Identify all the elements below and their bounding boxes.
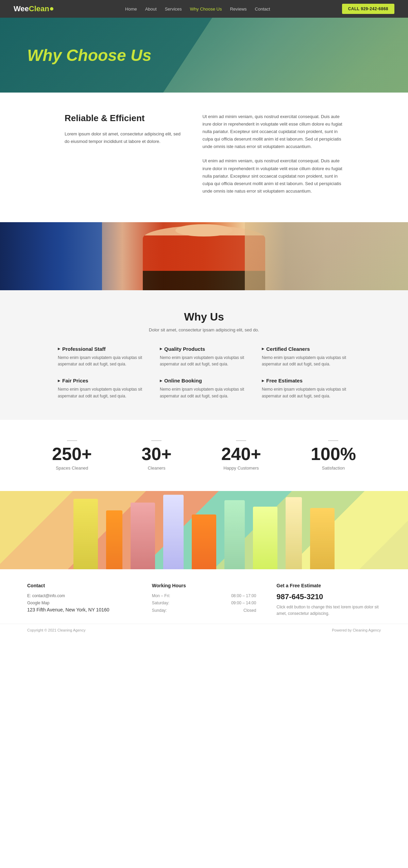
reliable-right-p2: Ut enim ad minim veniam, quis nostrud ex… xyxy=(202,157,343,195)
hours-sunday-time: Closed xyxy=(243,607,256,615)
footer: Contact E: contact@info.com Google Map 1… xyxy=(0,569,408,624)
reliable-right: Ut enim ad minim veniam, quis nostrud ex… xyxy=(202,113,343,202)
powered-by: Powered by Cleaning Agency xyxy=(332,628,381,632)
footer-estimate-heading: Get a Free Estimate xyxy=(276,583,381,588)
stat-cleaners: 30+ Cleaners xyxy=(141,440,171,471)
hours-saturday-time: 09:00 – 14:00 xyxy=(231,600,256,607)
feature-certified-cleaners: Certified Cleaners Nemo enim ipsam volup… xyxy=(262,346,350,367)
hero-title: Why Choose Us xyxy=(27,46,151,65)
feature-desc-5: Nemo enim ipsam voluptatem quia voluptas… xyxy=(160,386,248,399)
nav-services[interactable]: Services xyxy=(165,6,182,12)
feature-title-4: Fair Prices xyxy=(58,378,146,383)
navbar: WeeClean Home About Services Why Choose … xyxy=(0,0,408,18)
hours-weekdays-day: Mon – Fri: xyxy=(152,592,170,600)
nav-reviews[interactable]: Reviews xyxy=(230,6,247,12)
features-grid: Professional Staff Nemo enim ipsam volup… xyxy=(58,346,350,399)
stat-label-3: Happy Customers xyxy=(221,465,261,471)
stat-num-1: 250+ xyxy=(52,445,92,463)
feature-desc-2: Nemo enim ipsam voluptatem quia voluptas… xyxy=(160,355,248,367)
stat-label-1: Spaces Cleaned xyxy=(52,465,92,471)
stat-num-4: 100% xyxy=(311,445,356,463)
feature-online-booking: Online Booking Nemo enim ipsam voluptate… xyxy=(160,378,248,399)
footer-contact-heading: Contact xyxy=(27,583,132,588)
feature-quality-products: Quality Products Nemo enim ipsam volupta… xyxy=(160,346,248,367)
copyright: Copyright © 2021 Cleaning Agency xyxy=(27,628,85,632)
stats-section: 250+ Spaces Cleaned 30+ Cleaners 240+ Ha… xyxy=(0,420,408,491)
reliable-left-paragraph: Lorem ipsum dolor sit amet, consectetur … xyxy=(65,130,182,145)
stat-spaces-cleaned: 250+ Spaces Cleaned xyxy=(52,440,92,471)
feature-title-1: Professional Staff xyxy=(58,346,146,352)
feature-professional-staff: Professional Staff Nemo enim ipsam volup… xyxy=(58,346,146,367)
feature-desc-6: Nemo enim ipsam voluptatem quia voluptas… xyxy=(262,386,350,399)
footer-bottom: Copyright © 2021 Cleaning Agency Powered… xyxy=(0,624,408,636)
footer-contact-col: Contact E: contact@info.com Google Map 1… xyxy=(27,583,132,612)
stat-line-2 xyxy=(151,440,162,441)
hours-sunday: Sunday: Closed xyxy=(152,607,256,615)
reliable-right-p1: Ut enim ad minim veniam, quis nostrud ex… xyxy=(202,113,343,150)
footer-estimate-desc: Click edit button to change this text lo… xyxy=(276,604,381,617)
nav-links: Home About Services Why Choose Us Review… xyxy=(125,6,270,12)
hours-saturday-day: Saturday: xyxy=(152,600,169,607)
feature-title-5: Online Booking xyxy=(160,378,248,383)
feature-free-estimates: Free Estimates Nemo enim ipsam voluptate… xyxy=(262,378,350,399)
footer-hours-heading: Working Hours xyxy=(152,583,256,588)
stat-line-3 xyxy=(236,440,246,441)
footer-estimate-col: Get a Free Estimate 987-645-3210 Click e… xyxy=(276,583,381,617)
feature-title-6: Free Estimates xyxy=(262,378,350,383)
logo-wee: Wee xyxy=(14,4,29,13)
stat-label-4: Satisfaction xyxy=(311,465,356,471)
footer-google-map[interactable]: Google Map xyxy=(27,600,132,607)
feature-title-3: Certified Cleaners xyxy=(262,346,350,352)
feature-desc-4: Nemo enim ipsam voluptatem quia voluptas… xyxy=(58,386,146,399)
markers-image xyxy=(0,491,408,569)
feature-desc-3: Nemo enim ipsam voluptatem quia voluptas… xyxy=(262,355,350,367)
worker-image xyxy=(0,222,408,290)
hero-section: Why Choose Us xyxy=(0,18,408,93)
footer-phone[interactable]: 987-645-3210 xyxy=(276,592,381,601)
reliable-section: Reliable & Efficient Lorem ipsum dolor s… xyxy=(51,113,357,202)
hours-weekdays: Mon – Fri: 08:00 – 17:00 xyxy=(152,592,256,600)
hours-weekdays-time: 08:00 – 17:00 xyxy=(231,592,256,600)
stat-satisfaction: 100% Satisfaction xyxy=(311,440,356,471)
hours-saturday: Saturday: 09:00 – 14:00 xyxy=(152,600,256,607)
hours-sunday-day: Sunday: xyxy=(152,607,167,615)
nav-home[interactable]: Home xyxy=(125,6,137,12)
footer-address: 123 Fifth Avenue, New York, NY 10160 xyxy=(27,607,109,612)
feature-title-2: Quality Products xyxy=(160,346,248,352)
feature-desc-1: Nemo enim ipsam voluptatem quia voluptas… xyxy=(58,355,146,367)
logo-dot xyxy=(50,7,53,11)
stat-num-2: 30+ xyxy=(141,445,171,463)
reliable-left: Reliable & Efficient Lorem ipsum dolor s… xyxy=(65,113,182,202)
why-us-section: Why Us Dolor sit amet, consectetur ipsam… xyxy=(0,290,408,420)
stat-line-4 xyxy=(328,440,338,441)
footer-hours-col: Working Hours Mon – Fri: 08:00 – 17:00 S… xyxy=(152,583,256,615)
stat-happy-customers: 240+ Happy Customers xyxy=(221,440,261,471)
logo[interactable]: WeeClean xyxy=(14,4,53,13)
stat-num-3: 240+ xyxy=(221,445,261,463)
call-button[interactable]: CALL 929-242-6868 xyxy=(342,4,394,14)
why-us-subtitle: Dolor sit amet, consectetur ipsam adipis… xyxy=(27,327,381,332)
nav-why-choose-us[interactable]: Why Choose Us xyxy=(190,6,222,12)
stat-label-2: Cleaners xyxy=(141,465,171,471)
nav-contact[interactable]: Contact xyxy=(255,6,270,12)
feature-fair-prices: Fair Prices Nemo enim ipsam voluptatem q… xyxy=(58,378,146,399)
footer-email[interactable]: E: contact@info.com xyxy=(27,592,132,600)
logo-clean: Clean xyxy=(29,4,49,13)
why-us-heading: Why Us xyxy=(27,311,381,323)
nav-about[interactable]: About xyxy=(145,6,157,12)
reliable-heading: Reliable & Efficient xyxy=(65,113,182,124)
stat-line-1 xyxy=(67,440,77,441)
